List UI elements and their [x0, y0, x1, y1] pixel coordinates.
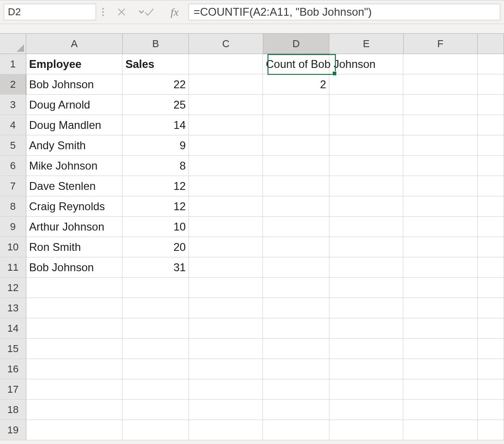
row-head-14[interactable]: 14	[0, 318, 26, 339]
row-head-8[interactable]: 8	[0, 196, 26, 217]
cell-E10[interactable]	[329, 237, 403, 257]
cell-edge-15[interactable]	[478, 339, 504, 359]
cell-edge-9[interactable]	[478, 217, 504, 237]
cell-E19[interactable]	[329, 420, 403, 440]
fx-icon[interactable]: fx	[165, 6, 184, 18]
cell-D17[interactable]	[263, 379, 329, 400]
cell-F3[interactable]	[403, 95, 477, 115]
cell-B7[interactable]: 12	[122, 176, 189, 196]
cell-F5[interactable]	[403, 135, 477, 156]
cell-C14[interactable]	[189, 318, 263, 339]
row-head-18[interactable]: 18	[0, 400, 26, 420]
cell-edge-5[interactable]	[478, 135, 504, 156]
cell-edge-14[interactable]	[478, 318, 504, 339]
cell-F7[interactable]	[403, 176, 477, 196]
cell-A14[interactable]	[26, 318, 122, 339]
row-head-5[interactable]: 5	[0, 135, 26, 156]
cell-F13[interactable]	[403, 298, 477, 318]
cell-E14[interactable]	[329, 318, 403, 339]
cell-F9[interactable]	[403, 217, 477, 237]
cell-F1[interactable]	[403, 54, 477, 74]
cell-C11[interactable]	[189, 257, 263, 278]
cell-E15[interactable]	[329, 339, 403, 359]
row-head-16[interactable]: 16	[0, 359, 26, 379]
cell-D1[interactable]: Count of Bob Johnson	[263, 54, 329, 74]
cell-A5[interactable]: Andy Smith	[26, 135, 122, 156]
cell-B16[interactable]	[122, 359, 189, 379]
cell-F6[interactable]	[403, 156, 477, 176]
cell-F12[interactable]	[403, 278, 477, 298]
select-all-corner[interactable]	[0, 34, 26, 54]
cell-B2[interactable]: 22	[122, 74, 189, 95]
cell-C3[interactable]	[189, 95, 263, 115]
cell-C6[interactable]	[189, 156, 263, 176]
cell-edge-11[interactable]	[478, 257, 504, 278]
cell-edge-13[interactable]	[478, 298, 504, 318]
cell-E6[interactable]	[329, 156, 403, 176]
cell-E18[interactable]	[329, 400, 403, 420]
formula-input[interactable]	[188, 4, 500, 20]
cell-C15[interactable]	[189, 339, 263, 359]
col-head-D[interactable]: D	[263, 34, 330, 54]
cell-D19[interactable]	[263, 420, 329, 440]
row-head-13[interactable]: 13	[0, 298, 26, 318]
cell-E11[interactable]	[329, 257, 403, 278]
cell-C16[interactable]	[189, 359, 263, 379]
cell-B3[interactable]: 25	[122, 95, 189, 115]
cell-D14[interactable]	[263, 318, 329, 339]
cell-D6[interactable]	[263, 156, 329, 176]
cell-E7[interactable]	[329, 176, 403, 196]
cell-B10[interactable]: 20	[122, 237, 189, 257]
cell-edge-18[interactable]	[478, 400, 504, 420]
cell-F2[interactable]	[403, 74, 477, 95]
cell-F17[interactable]	[403, 379, 477, 400]
cell-A19[interactable]	[26, 420, 122, 440]
row-head-1[interactable]: 1	[0, 54, 26, 74]
cancel-button[interactable]	[110, 4, 133, 20]
cell-C12[interactable]	[189, 278, 263, 298]
cell-A13[interactable]	[26, 298, 122, 318]
row-head-4[interactable]: 4	[0, 115, 26, 135]
cell-B1[interactable]: Sales	[122, 54, 189, 74]
cell-edge-6[interactable]	[478, 156, 504, 176]
row-head-7[interactable]: 7	[0, 176, 26, 196]
cell-D2[interactable]: 2	[263, 74, 329, 95]
row-head-12[interactable]: 12	[0, 278, 26, 298]
col-head-B[interactable]: B	[123, 34, 189, 54]
cell-B6[interactable]: 8	[122, 156, 189, 176]
cell-B12[interactable]	[122, 278, 189, 298]
cell-A9[interactable]: Arthur Johnson	[26, 217, 122, 237]
cell-F15[interactable]	[403, 339, 477, 359]
cell-F16[interactable]	[403, 359, 477, 379]
cell-E8[interactable]	[329, 196, 403, 217]
cell-edge-12[interactable]	[478, 278, 504, 298]
cell-B13[interactable]	[122, 298, 189, 318]
cell-B5[interactable]: 9	[122, 135, 189, 156]
cell-C17[interactable]	[189, 379, 263, 400]
cell-edge-2[interactable]	[478, 74, 504, 95]
cell-C10[interactable]	[189, 237, 263, 257]
cell-A8[interactable]: Craig Reynolds	[26, 196, 122, 217]
cell-B8[interactable]: 12	[122, 196, 189, 217]
cell-A7[interactable]: Dave Stenlen	[26, 176, 122, 196]
cell-E16[interactable]	[329, 359, 403, 379]
cell-B19[interactable]	[122, 420, 189, 440]
cell-E3[interactable]	[329, 95, 403, 115]
cell-B18[interactable]	[122, 400, 189, 420]
row-head-9[interactable]: 9	[0, 217, 26, 237]
cell-C2[interactable]	[189, 74, 263, 95]
cell-E5[interactable]	[329, 135, 403, 156]
cell-D16[interactable]	[263, 359, 329, 379]
cell-A2[interactable]: Bob Johnson	[26, 74, 122, 95]
cell-E13[interactable]	[329, 298, 403, 318]
row-head-19[interactable]: 19	[0, 420, 26, 440]
cell-D13[interactable]	[263, 298, 329, 318]
cell-C7[interactable]	[189, 176, 263, 196]
enter-button[interactable]	[138, 4, 161, 20]
spreadsheet-grid[interactable]: A B C D E F 1 Employee Sales Count of Bo…	[0, 33, 504, 440]
cell-B17[interactable]	[122, 379, 189, 400]
row-head-15[interactable]: 15	[0, 339, 26, 359]
cell-D5[interactable]	[263, 135, 329, 156]
name-box-container[interactable]	[4, 4, 96, 20]
cell-E1[interactable]	[329, 54, 403, 74]
